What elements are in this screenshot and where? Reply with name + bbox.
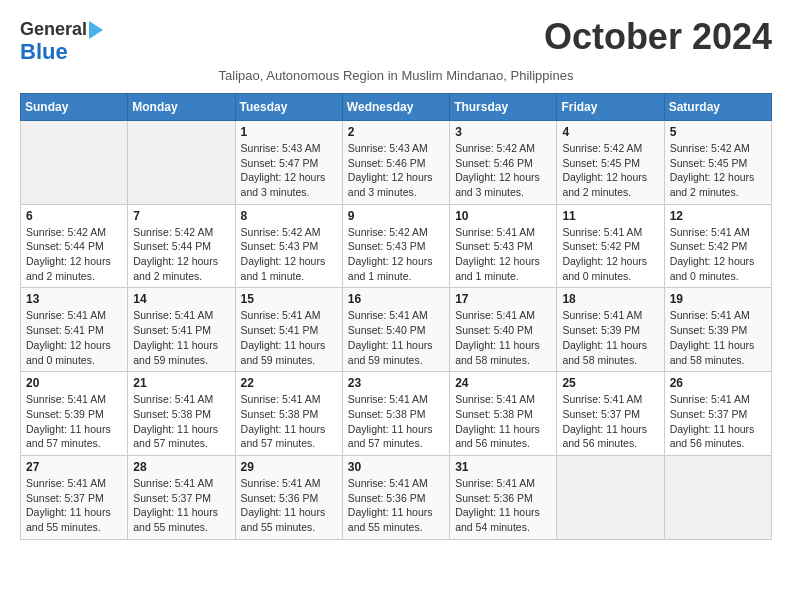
day-info: Sunrise: 5:41 AMSunset: 5:36 PMDaylight:… — [455, 476, 551, 535]
day-number: 16 — [348, 292, 444, 306]
day-info: Sunrise: 5:41 AMSunset: 5:38 PMDaylight:… — [133, 392, 229, 451]
day-number: 19 — [670, 292, 766, 306]
day-info: Sunrise: 5:41 AMSunset: 5:38 PMDaylight:… — [348, 392, 444, 451]
day-number: 5 — [670, 125, 766, 139]
calendar-week-5: 27Sunrise: 5:41 AMSunset: 5:37 PMDayligh… — [21, 455, 772, 539]
calendar-cell: 27Sunrise: 5:41 AMSunset: 5:37 PMDayligh… — [21, 455, 128, 539]
day-number: 6 — [26, 209, 122, 223]
day-number: 7 — [133, 209, 229, 223]
day-info: Sunrise: 5:41 AMSunset: 5:38 PMDaylight:… — [455, 392, 551, 451]
day-info: Sunrise: 5:42 AMSunset: 5:43 PMDaylight:… — [241, 225, 337, 284]
day-info: Sunrise: 5:43 AMSunset: 5:46 PMDaylight:… — [348, 141, 444, 200]
calendar-cell: 7Sunrise: 5:42 AMSunset: 5:44 PMDaylight… — [128, 204, 235, 288]
weekday-header-sunday: Sunday — [21, 93, 128, 120]
calendar-cell: 31Sunrise: 5:41 AMSunset: 5:36 PMDayligh… — [450, 455, 557, 539]
weekday-header-tuesday: Tuesday — [235, 93, 342, 120]
calendar-cell: 14Sunrise: 5:41 AMSunset: 5:41 PMDayligh… — [128, 288, 235, 372]
day-info: Sunrise: 5:41 AMSunset: 5:37 PMDaylight:… — [670, 392, 766, 451]
calendar-cell: 1Sunrise: 5:43 AMSunset: 5:47 PMDaylight… — [235, 120, 342, 204]
day-number: 31 — [455, 460, 551, 474]
calendar-cell: 21Sunrise: 5:41 AMSunset: 5:38 PMDayligh… — [128, 372, 235, 456]
day-info: Sunrise: 5:41 AMSunset: 5:36 PMDaylight:… — [241, 476, 337, 535]
day-number: 24 — [455, 376, 551, 390]
day-number: 20 — [26, 376, 122, 390]
day-number: 28 — [133, 460, 229, 474]
month-title: October 2024 — [544, 16, 772, 58]
day-number: 18 — [562, 292, 658, 306]
calendar-week-1: 1Sunrise: 5:43 AMSunset: 5:47 PMDaylight… — [21, 120, 772, 204]
day-info: Sunrise: 5:41 AMSunset: 5:37 PMDaylight:… — [26, 476, 122, 535]
calendar-cell: 20Sunrise: 5:41 AMSunset: 5:39 PMDayligh… — [21, 372, 128, 456]
calendar-cell: 22Sunrise: 5:41 AMSunset: 5:38 PMDayligh… — [235, 372, 342, 456]
weekday-header-monday: Monday — [128, 93, 235, 120]
calendar-cell: 24Sunrise: 5:41 AMSunset: 5:38 PMDayligh… — [450, 372, 557, 456]
day-number: 8 — [241, 209, 337, 223]
day-number: 15 — [241, 292, 337, 306]
day-number: 25 — [562, 376, 658, 390]
calendar-cell: 2Sunrise: 5:43 AMSunset: 5:46 PMDaylight… — [342, 120, 449, 204]
day-info: Sunrise: 5:41 AMSunset: 5:36 PMDaylight:… — [348, 476, 444, 535]
header: General Blue October 2024 — [20, 16, 772, 64]
calendar-cell: 23Sunrise: 5:41 AMSunset: 5:38 PMDayligh… — [342, 372, 449, 456]
day-info: Sunrise: 5:41 AMSunset: 5:40 PMDaylight:… — [455, 308, 551, 367]
logo: General Blue — [20, 20, 103, 64]
day-number: 17 — [455, 292, 551, 306]
day-number: 3 — [455, 125, 551, 139]
day-info: Sunrise: 5:41 AMSunset: 5:41 PMDaylight:… — [26, 308, 122, 367]
day-info: Sunrise: 5:42 AMSunset: 5:45 PMDaylight:… — [670, 141, 766, 200]
weekday-header-friday: Friday — [557, 93, 664, 120]
day-number: 29 — [241, 460, 337, 474]
calendar-cell: 28Sunrise: 5:41 AMSunset: 5:37 PMDayligh… — [128, 455, 235, 539]
logo-text-general: General — [20, 20, 87, 40]
day-info: Sunrise: 5:42 AMSunset: 5:44 PMDaylight:… — [133, 225, 229, 284]
day-info: Sunrise: 5:43 AMSunset: 5:47 PMDaylight:… — [241, 141, 337, 200]
day-number: 21 — [133, 376, 229, 390]
day-info: Sunrise: 5:41 AMSunset: 5:37 PMDaylight:… — [133, 476, 229, 535]
calendar-cell — [664, 455, 771, 539]
calendar-week-2: 6Sunrise: 5:42 AMSunset: 5:44 PMDaylight… — [21, 204, 772, 288]
day-info: Sunrise: 5:41 AMSunset: 5:37 PMDaylight:… — [562, 392, 658, 451]
day-number: 12 — [670, 209, 766, 223]
day-info: Sunrise: 5:41 AMSunset: 5:42 PMDaylight:… — [562, 225, 658, 284]
day-number: 11 — [562, 209, 658, 223]
day-number: 9 — [348, 209, 444, 223]
calendar-cell: 4Sunrise: 5:42 AMSunset: 5:45 PMDaylight… — [557, 120, 664, 204]
logo-text-blue: Blue — [20, 40, 68, 64]
calendar-cell — [21, 120, 128, 204]
calendar-cell: 30Sunrise: 5:41 AMSunset: 5:36 PMDayligh… — [342, 455, 449, 539]
weekday-header-thursday: Thursday — [450, 93, 557, 120]
calendar-cell: 8Sunrise: 5:42 AMSunset: 5:43 PMDaylight… — [235, 204, 342, 288]
day-number: 2 — [348, 125, 444, 139]
calendar-cell: 9Sunrise: 5:42 AMSunset: 5:43 PMDaylight… — [342, 204, 449, 288]
day-info: Sunrise: 5:41 AMSunset: 5:40 PMDaylight:… — [348, 308, 444, 367]
calendar-cell: 13Sunrise: 5:41 AMSunset: 5:41 PMDayligh… — [21, 288, 128, 372]
day-info: Sunrise: 5:41 AMSunset: 5:41 PMDaylight:… — [133, 308, 229, 367]
day-number: 1 — [241, 125, 337, 139]
calendar-cell: 3Sunrise: 5:42 AMSunset: 5:46 PMDaylight… — [450, 120, 557, 204]
calendar-cell: 16Sunrise: 5:41 AMSunset: 5:40 PMDayligh… — [342, 288, 449, 372]
calendar-week-3: 13Sunrise: 5:41 AMSunset: 5:41 PMDayligh… — [21, 288, 772, 372]
day-info: Sunrise: 5:41 AMSunset: 5:42 PMDaylight:… — [670, 225, 766, 284]
day-number: 14 — [133, 292, 229, 306]
logo-arrow-icon — [89, 21, 103, 39]
calendar-cell: 6Sunrise: 5:42 AMSunset: 5:44 PMDaylight… — [21, 204, 128, 288]
day-info: Sunrise: 5:42 AMSunset: 5:46 PMDaylight:… — [455, 141, 551, 200]
calendar-cell: 15Sunrise: 5:41 AMSunset: 5:41 PMDayligh… — [235, 288, 342, 372]
calendar-cell: 12Sunrise: 5:41 AMSunset: 5:42 PMDayligh… — [664, 204, 771, 288]
calendar-cell: 25Sunrise: 5:41 AMSunset: 5:37 PMDayligh… — [557, 372, 664, 456]
calendar-cell: 5Sunrise: 5:42 AMSunset: 5:45 PMDaylight… — [664, 120, 771, 204]
calendar-cell: 17Sunrise: 5:41 AMSunset: 5:40 PMDayligh… — [450, 288, 557, 372]
day-number: 27 — [26, 460, 122, 474]
day-info: Sunrise: 5:42 AMSunset: 5:44 PMDaylight:… — [26, 225, 122, 284]
day-number: 22 — [241, 376, 337, 390]
weekday-header-wednesday: Wednesday — [342, 93, 449, 120]
calendar-cell: 29Sunrise: 5:41 AMSunset: 5:36 PMDayligh… — [235, 455, 342, 539]
day-info: Sunrise: 5:42 AMSunset: 5:45 PMDaylight:… — [562, 141, 658, 200]
day-info: Sunrise: 5:42 AMSunset: 5:43 PMDaylight:… — [348, 225, 444, 284]
calendar-cell: 19Sunrise: 5:41 AMSunset: 5:39 PMDayligh… — [664, 288, 771, 372]
day-number: 30 — [348, 460, 444, 474]
calendar-week-4: 20Sunrise: 5:41 AMSunset: 5:39 PMDayligh… — [21, 372, 772, 456]
day-number: 10 — [455, 209, 551, 223]
day-number: 4 — [562, 125, 658, 139]
day-info: Sunrise: 5:41 AMSunset: 5:39 PMDaylight:… — [670, 308, 766, 367]
